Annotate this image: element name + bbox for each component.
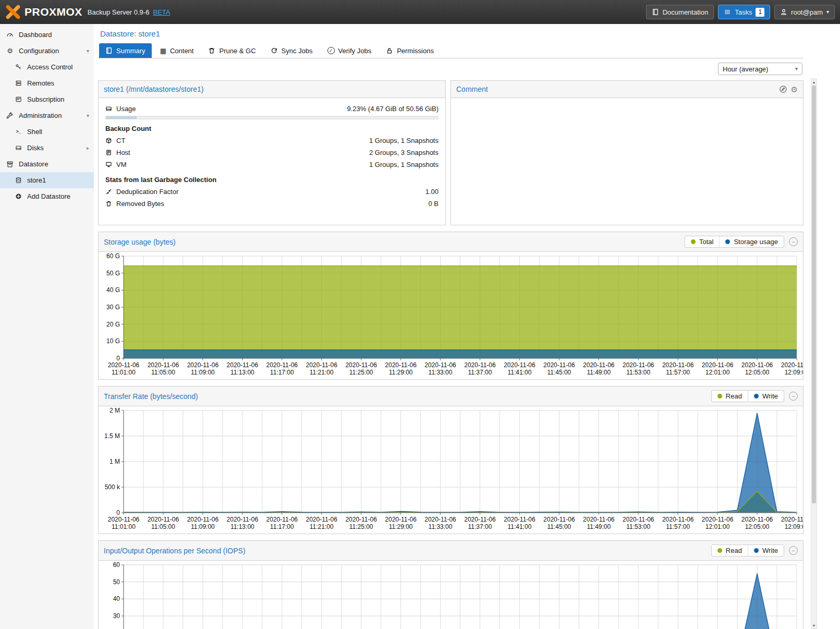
svg-text:1.5 M: 1.5 M (104, 432, 120, 440)
datastore-summary-panel: store1 (/mnt/datastores/store1) Usage 9.… (98, 80, 446, 225)
svg-text:10 G: 10 G (106, 337, 120, 345)
brand-wordmark: PROXMOX (25, 6, 82, 18)
vertical-scrollbar[interactable]: ▲ ▼ (811, 78, 817, 629)
tab-sync-jobs[interactable]: Sync Jobs (264, 43, 319, 58)
svg-text:2020-11-0611:13:00: 2020-11-0611:13:00 (227, 516, 259, 530)
server-icon (14, 80, 22, 87)
brand: PROXMOX (5, 4, 82, 20)
sidebar-item-access-control[interactable]: Access Control (0, 59, 94, 75)
chart-legend: Read Write (711, 390, 784, 402)
content-area: Datastore: store1 Summary ▦ Content Prun… (94, 24, 840, 629)
svg-text:2020-11-0611:37:00: 2020-11-0611:37:00 (464, 361, 496, 376)
sidebar-item-disks[interactable]: Disks ▸ (0, 140, 94, 156)
sidebar-item-dashboard[interactable]: Dashboard (0, 27, 94, 43)
iops-chart: 01020304050602020-11-0611:01:002020-11-0… (99, 561, 803, 629)
svg-text:2020-11-0611:33:00: 2020-11-0611:33:00 (424, 361, 456, 376)
iops-chart-panel: Input/Output Operations per Second (IOPS… (98, 540, 804, 629)
svg-text:40: 40 (113, 595, 120, 602)
comment-panel-header: Comment ⚙ (451, 81, 803, 98)
legend-dot (717, 394, 722, 398)
legend-item-read[interactable]: Read (712, 545, 748, 556)
trash-icon (208, 47, 215, 54)
beta-link[interactable]: BETA (153, 8, 170, 16)
svg-text:50: 50 (113, 578, 120, 586)
transfer-rate-chart-panel: Transfer Rate (bytes/second) Read Write (98, 386, 804, 534)
svg-text:2020-11-0612:05:00: 2020-11-0612:05:00 (741, 516, 773, 530)
chevron-down-icon: ▾ (826, 9, 829, 15)
cube-icon (105, 137, 112, 144)
svg-text:30 G: 30 G (106, 304, 120, 311)
legend-item-write[interactable]: Write (748, 391, 784, 402)
svg-text:2020-11-0612:05:00: 2020-11-0612:05:00 (741, 361, 773, 376)
svg-text:60: 60 (113, 561, 120, 568)
edit-comment-icon[interactable] (779, 85, 787, 93)
sidebar-item-administration[interactable]: Administration ▾ (0, 107, 94, 124)
legend-item-storage-usage[interactable]: Storage usage (719, 236, 784, 247)
sidebar-item-remotes[interactable]: Remotes (0, 75, 94, 91)
sidebar-item-subscription[interactable]: Subscription (0, 91, 94, 107)
expander-right-icon[interactable]: ▸ (87, 146, 89, 151)
sidebar-item-configuration[interactable]: ⚙ Configuration ▾ (0, 43, 94, 59)
summary-panel-body: Usage 9.23% (4.67 GiB of 50.56 GiB) Back… (99, 98, 445, 225)
sidebar-item-shell[interactable]: >_ Shell (0, 124, 94, 140)
svg-text:500 k: 500 k (105, 483, 120, 491)
svg-text:2020-11-0611:01:00: 2020-11-0611:01:00 (108, 361, 140, 376)
expander-down-icon[interactable]: ▾ (87, 113, 89, 118)
svg-text:2020-11-0611:53:00: 2020-11-0611:53:00 (623, 516, 654, 530)
tab-permissions[interactable]: Permissions (380, 43, 440, 58)
dashboard-icon (6, 31, 14, 39)
expander-down-icon[interactable]: ▾ (87, 49, 89, 54)
svg-text:30: 30 (113, 612, 120, 620)
usage-progress-bar (105, 116, 439, 119)
plus-circle-icon (14, 193, 22, 200)
user-menu-button[interactable]: root@pam ▾ (774, 5, 835, 19)
storage-usage-chart: 010 G20 G30 G40 G50 G60 G2020-11-0611:01… (99, 252, 803, 379)
summary-panel-header: store1 (/mnt/datastores/store1) (99, 81, 445, 98)
backup-count-vm-row: VM 1 Groups, 1 Snapshots (105, 159, 439, 171)
svg-text:2020-11-0611:25:00: 2020-11-0611:25:00 (345, 361, 377, 376)
tasks-button[interactable]: Tasks 1 (718, 5, 770, 19)
svg-text:40 G: 40 G (106, 286, 120, 294)
proxmox-backup-app: PROXMOX Backup Server 0.9-6 BETA Documen… (0, 0, 840, 629)
legend-item-read[interactable]: Read (712, 391, 748, 402)
topbar-actions: Documentation Tasks 1 root@pam ▾ (646, 5, 835, 19)
scrollbar-thumb[interactable] (812, 86, 816, 503)
svg-text:2020-11-0612:01:00: 2020-11-0612:01:00 (702, 516, 734, 530)
timerange-select[interactable]: Hour (average) ▾ (718, 63, 802, 75)
sidebar-item-store1[interactable]: store1 (0, 172, 94, 188)
svg-text:2020-11-0611:57:00: 2020-11-0611:57:00 (662, 361, 694, 376)
tab-verify-jobs[interactable]: ✓ Verify Jobs (321, 43, 378, 58)
collapse-chart-icon[interactable]: − (789, 546, 798, 555)
svg-text:2020-11-0611:41:00: 2020-11-0611:41:00 (504, 361, 535, 376)
documentation-button[interactable]: Documentation (646, 5, 714, 19)
backup-count-heading: Backup Count (105, 125, 439, 132)
scroll-up-icon[interactable]: ▲ (811, 79, 817, 85)
scroll-down-icon[interactable]: ▼ (811, 622, 817, 628)
backup-count-host-row: Host 2 Groups, 3 Snapshots (105, 147, 439, 159)
tab-content[interactable]: ▦ Content (154, 43, 200, 58)
tab-summary[interactable]: Summary (99, 43, 152, 58)
collapse-chart-icon[interactable]: − (789, 392, 798, 401)
svg-text:0: 0 (116, 509, 120, 516)
subscription-card-icon (14, 96, 22, 103)
settings-gear-icon[interactable]: ⚙ (791, 86, 798, 93)
comment-panel: Comment ⚙ (451, 80, 804, 225)
legend-item-total[interactable]: Total (685, 236, 719, 247)
svg-text:2020-11-0611:29:00: 2020-11-0611:29:00 (385, 516, 417, 530)
storage-usage-chart-header: Storage usage (bytes) Total Storage usag… (99, 232, 803, 252)
svg-text:60 G: 60 G (106, 252, 120, 260)
legend-item-write[interactable]: Write (748, 545, 784, 556)
collapse-chart-icon[interactable]: − (789, 237, 798, 246)
timerange-row: Hour (average) ▾ (98, 58, 804, 80)
comment-body[interactable] (451, 98, 803, 225)
page-title: Datastore: store1 (98, 24, 804, 43)
transfer-rate-chart: 0500 k1 M1.5 M2 M2020-11-0611:01:002020-… (99, 406, 803, 534)
svg-text:2020-11-0611:09:00: 2020-11-0611:09:00 (187, 361, 219, 376)
book-icon (652, 8, 659, 16)
sidebar-item-add-datastore[interactable]: Add Datastore (0, 188, 94, 204)
tab-prune-gc[interactable]: Prune & GC (202, 43, 262, 58)
unlock-icon (386, 47, 393, 54)
usage-row: Usage 9.23% (4.67 GiB of 50.56 GiB) (105, 103, 439, 115)
sidebar-item-datastore[interactable]: Datastore (0, 156, 94, 172)
proxmox-logo-icon (5, 4, 21, 20)
